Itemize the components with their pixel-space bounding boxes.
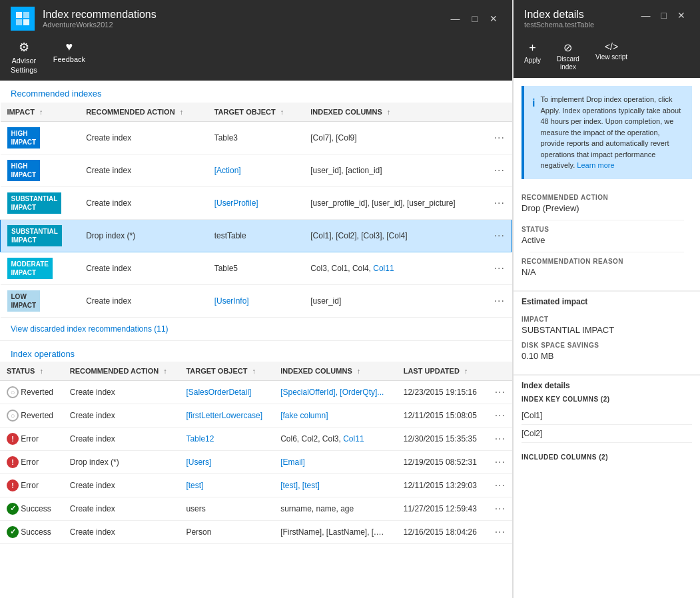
more-icon[interactable]: ··· (495, 386, 506, 398)
more-icon[interactable]: ··· (494, 132, 505, 143)
close-btn[interactable]: ✕ (486, 12, 502, 25)
target-cell: Table5 (208, 252, 304, 284)
target-link[interactable]: [Action] (214, 166, 241, 175)
disk-label: DISK SPACE SAVINGS (522, 342, 692, 349)
right-close-btn[interactable]: ✕ (673, 9, 689, 22)
impact-cell: SUBSTANTIALIMPACT (1, 219, 80, 252)
row-more-cell[interactable]: ··· (488, 427, 512, 450)
more-icon[interactable]: ··· (495, 456, 506, 467)
row-more-cell[interactable]: ··· (488, 252, 512, 284)
row-more-cell[interactable]: ··· (488, 497, 512, 520)
col11-link[interactable]: Col11 (343, 434, 364, 444)
target-link[interactable]: [UserInfo] (214, 296, 249, 306)
indexed-columns-cell: Col3, Col1, Col4, Col11 (304, 252, 487, 284)
table-row[interactable]: ! Error Create index Table12 Col6, Col2,… (0, 427, 512, 450)
impact-label: IMPACT (522, 316, 692, 323)
right-toolbar: + Apply ⊘ Discardindex </> View script (514, 37, 700, 78)
indexed-columns-cell: [user_profile_id], [user_id], [user_pict… (304, 186, 487, 219)
target-link[interactable]: Table12 (186, 434, 214, 444)
table-row[interactable]: ✓ Success Create index users surname, na… (0, 497, 512, 520)
col11-link[interactable]: Col11 (373, 264, 394, 273)
table-row[interactable]: HIGHIMPACT Create index [Action] [user_i… (1, 154, 512, 186)
more-icon[interactable]: ··· (495, 503, 506, 514)
table-row[interactable]: ✓ Success Create index Person [FirstName… (0, 520, 512, 543)
maximize-btn[interactable]: □ (468, 12, 482, 25)
rec-action-col-header[interactable]: RECOMMENDED ACTION ↑ (63, 362, 180, 381)
impact-badge: HIGHIMPACT (7, 160, 41, 181)
minimize-btn[interactable]: — (447, 12, 464, 25)
table-row-selected[interactable]: SUBSTANTIALIMPACT Drop index (*) testTab… (1, 219, 512, 252)
table-row[interactable]: MODERATEIMPACT Create index Table5 Col3,… (1, 252, 512, 284)
info-icon: i (532, 95, 535, 171)
table-row[interactable]: ! Error Drop index (*) [Users] [Email] 1… (0, 450, 512, 473)
more-icon[interactable]: ··· (494, 197, 505, 208)
table-row[interactable]: ! Error Create index [test] [test], [tes… (0, 473, 512, 497)
row-more-cell[interactable]: ··· (488, 450, 512, 473)
indexed-cols-col-header[interactable]: INDEXED COLUMNS ↑ (274, 362, 397, 381)
cols-link[interactable]: [SpecialOfferId], [OrderQty]... (280, 388, 384, 397)
more-icon[interactable]: ··· (495, 433, 506, 444)
more-icon[interactable]: ··· (494, 295, 505, 306)
right-maximize-btn[interactable]: □ (657, 9, 671, 22)
impact-badge: HIGHIMPACT (7, 127, 41, 149)
table-row[interactable]: ○ Reverted Create index [firstLetterLowe… (0, 404, 512, 427)
discard-index-button[interactable]: ⊘ Discardindex (551, 40, 585, 73)
action-cell: Drop index (*) (63, 450, 180, 473)
last-updated-col-header[interactable]: LAST UPDATED ↑ (397, 362, 488, 381)
row-more-cell[interactable]: ··· (488, 404, 512, 427)
view-script-button[interactable]: </> View script (590, 40, 633, 73)
target-col-header[interactable]: TARGET OBJECT ↑ (208, 103, 304, 122)
advisor-settings-button[interactable]: ⚙ AdvisorSettings (11, 40, 37, 75)
more-icon[interactable]: ··· (494, 262, 505, 274)
row-more-cell[interactable]: ··· (488, 520, 512, 543)
index-operations-table: STATUS ↑ RECOMMENDED ACTION ↑ TARGET OBJ… (0, 362, 512, 544)
table-row[interactable]: LOWIMPACT Create index [UserInfo] [user_… (1, 284, 512, 317)
learn-more-link[interactable]: Learn more (577, 161, 614, 169)
action-col-header[interactable]: RECOMMENDED ACTION ↑ (79, 103, 208, 122)
status-cell: ○ Reverted (0, 380, 63, 404)
target-obj-col-header[interactable]: TARGET OBJECT ↑ (179, 362, 274, 381)
rec-action-value: Drop (Preview) (522, 203, 692, 213)
recommended-indexes-table: IMPACT ↑ RECOMMENDED ACTION ↑ TARGET OBJ… (0, 103, 512, 318)
discard-label: Discardindex (557, 55, 579, 71)
row-more-cell[interactable]: ··· (488, 186, 512, 219)
row-more-cell[interactable]: ··· (488, 154, 512, 186)
gear-icon: ⚙ (19, 40, 29, 55)
indexed-columns-cell: [SpecialOfferId], [OrderQty]... (274, 380, 397, 404)
reverted-icon: ○ (7, 386, 19, 398)
table-row[interactable]: SUBSTANTIALIMPACT Create index [UserProf… (1, 186, 512, 219)
row-more-cell[interactable]: ··· (488, 380, 512, 404)
more-icon[interactable]: ··· (494, 164, 505, 176)
row-more-cell[interactable]: ··· (488, 284, 512, 317)
target-link[interactable]: [Users] (186, 457, 211, 467)
status-col-header[interactable]: STATUS ↑ (0, 362, 63, 381)
impact-badge: SUBSTANTIALIMPACT (7, 192, 62, 214)
view-discarded-link[interactable]: View discarded index recommendations (11… (0, 318, 512, 340)
indexed-columns-cell: [Col7], [Col9] (304, 121, 487, 154)
svg-rect-2 (16, 19, 22, 25)
cols-link[interactable]: [Email] (280, 457, 305, 467)
more-icon[interactable]: ··· (495, 479, 506, 491)
table-row[interactable]: ○ Reverted Create index [SalesOrderDetai… (0, 380, 512, 404)
feedback-button[interactable]: ♥ Feedback (53, 40, 85, 75)
indexed-col-header[interactable]: INDEXED COLUMNS ↑ (304, 103, 487, 122)
impact-col-header[interactable]: IMPACT ↑ (1, 103, 80, 122)
target-link[interactable]: [UserProfile] (214, 198, 258, 208)
cols-link[interactable]: [fake column] (280, 411, 328, 420)
more-icon[interactable]: ··· (495, 410, 506, 421)
target-link[interactable]: [test] (186, 481, 203, 490)
apply-button[interactable]: + Apply (519, 40, 546, 73)
target-link[interactable]: [SalesOrderDetail] (186, 388, 251, 397)
more-icon[interactable]: ··· (494, 230, 505, 241)
included-columns-label: INCLUDED COLUMNS (2) (522, 453, 692, 461)
disk-value: 0.10 MB (522, 351, 692, 361)
row-more-cell[interactable]: ··· (488, 121, 512, 154)
right-minimize-btn[interactable]: — (637, 9, 655, 22)
more-icon[interactable]: ··· (495, 526, 506, 537)
row-more-cell[interactable]: ··· (488, 473, 512, 497)
table-row[interactable]: HIGHIMPACT Create index Table3 [Col7], [… (1, 121, 512, 154)
cols-link[interactable]: [test], [test] (280, 481, 320, 490)
row-more-cell[interactable]: ··· (488, 219, 512, 252)
target-link[interactable]: [firstLetterLowercase] (186, 411, 262, 420)
index-col-item: [Col2] (522, 425, 692, 443)
